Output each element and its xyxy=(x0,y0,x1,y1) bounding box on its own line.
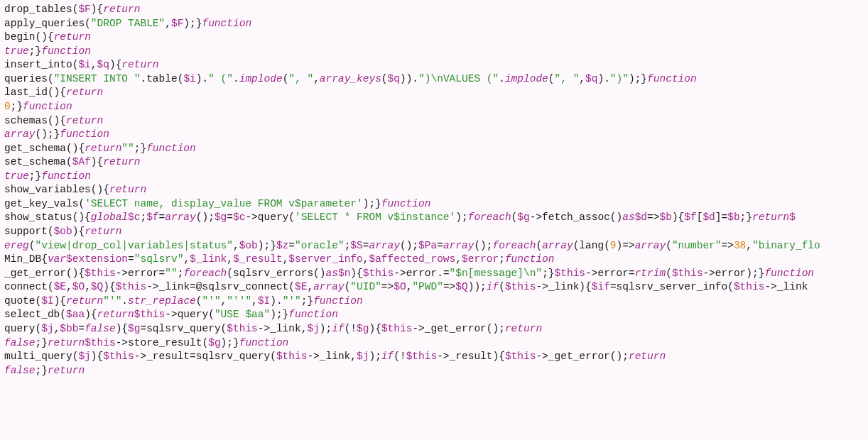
token-kw: foreach xyxy=(468,211,511,223)
token-kw: function xyxy=(23,101,72,112)
token-var: $this xyxy=(276,351,308,362)
token-plain: last_id(){ xyxy=(4,87,66,98)
token-var: $error xyxy=(462,253,499,265)
token-kw: function xyxy=(764,268,814,279)
token-kw: as xyxy=(326,268,338,279)
token-var: $j xyxy=(78,351,90,362)
token-plain: ( xyxy=(29,240,36,251)
token-kw: if xyxy=(381,351,394,362)
token-fn: array xyxy=(165,211,196,223)
token-plain: => xyxy=(722,240,734,251)
token-plain: ). xyxy=(597,73,609,84)
token-plain: => xyxy=(443,281,455,292)
token-plain: , xyxy=(165,18,171,29)
token-plain: ->error= xyxy=(585,268,635,279)
token-var: $this xyxy=(116,281,147,292)
token-plain: = xyxy=(159,211,166,223)
token-fn: rtrim xyxy=(635,268,666,279)
token-plain: (! xyxy=(394,351,406,362)
token-kw: var xyxy=(48,253,66,265)
token-plain: schemas(){ xyxy=(4,115,66,126)
token-var: $this xyxy=(85,337,116,348)
token-var: $ xyxy=(789,211,796,223)
token-var: $this xyxy=(555,268,586,279)
token-plain: => xyxy=(647,211,659,223)
token-var: $this xyxy=(505,281,536,292)
token-var: $I xyxy=(258,295,270,307)
token-plain: , xyxy=(227,253,233,265)
token-str: "sqlsrv" xyxy=(134,253,184,265)
token-str: ")" xyxy=(610,73,629,84)
token-plain: , xyxy=(221,295,227,307)
token-fn: str_replace xyxy=(128,295,196,307)
code-line: select_db($aa){return$this->query("USE $… xyxy=(4,309,338,320)
token-fn: true xyxy=(4,170,29,182)
token-plain: ( xyxy=(499,281,505,292)
token-plain: => xyxy=(381,281,394,292)
token-plain: show_status(){ xyxy=(4,211,91,223)
token-fn: false xyxy=(4,365,36,376)
token-var: $f xyxy=(684,211,696,223)
token-plain: (); xyxy=(400,240,418,251)
token-var: $this xyxy=(363,268,394,279)
token-kw: return xyxy=(103,156,140,167)
code-line: show_status(){global$c;$f=array();$g=$c-… xyxy=(4,211,796,223)
token-plain: ->error= xyxy=(116,268,166,279)
code-line: last_id(){return xyxy=(4,87,103,98)
token-kw: return xyxy=(66,87,103,98)
token-plain: query( xyxy=(4,323,41,334)
token-plain: (); xyxy=(196,211,215,223)
token-plain: ); xyxy=(455,211,467,223)
token-var: $this xyxy=(734,281,765,292)
token-var: $O xyxy=(72,281,85,292)
code-line: quote($I){return"'".str_replace("'","''"… xyxy=(4,295,363,307)
token-fn: false xyxy=(4,337,36,348)
token-fn: true xyxy=(4,45,29,57)
token-plain: ;} xyxy=(29,45,41,57)
token-plain: quote( xyxy=(4,295,41,307)
token-plain: (); xyxy=(474,240,492,251)
token-plain: (! xyxy=(345,323,357,334)
token-plain: multi_query( xyxy=(4,351,78,362)
token-var: $this xyxy=(85,268,116,279)
token-var: $g xyxy=(208,337,220,348)
token-plain: , xyxy=(307,281,313,292)
token-plain: ;} xyxy=(11,101,23,112)
token-var: $affected_rows xyxy=(369,253,455,265)
token-plain: ->_link, xyxy=(258,323,308,334)
code-line: get_schema(){return"";}function xyxy=(4,143,196,154)
token-plain: select_db( xyxy=(4,309,66,320)
token-plain: , xyxy=(91,59,97,70)
token-kw: function xyxy=(41,45,91,57)
token-var: $this xyxy=(505,351,536,362)
code-line: set_schema($Af){return xyxy=(4,156,140,167)
token-var: $c xyxy=(128,211,140,223)
token-plain: ->_get_error(); xyxy=(412,323,505,334)
token-str: "$n[message]\n" xyxy=(450,268,543,279)
token-plain: ->_link){ xyxy=(536,281,591,292)
code-line: query($j,$bb=false){$g=sqlsrv_query($thi… xyxy=(4,323,542,334)
token-kw: return xyxy=(97,309,134,320)
token-str: "" xyxy=(121,143,134,154)
code-line: apply_queries("DROP TABLE",$F);}function xyxy=(4,18,251,29)
token-fn: implode xyxy=(239,73,283,84)
token-str: "'" xyxy=(283,295,301,307)
token-plain: ->query( xyxy=(245,211,295,223)
token-plain: ( xyxy=(666,240,672,251)
token-kw: function xyxy=(288,309,338,320)
token-plain: , xyxy=(85,281,91,292)
token-plain: ( xyxy=(536,240,542,251)
token-fn: implode xyxy=(505,73,548,84)
token-kw: function xyxy=(313,295,363,307)
token-fn: ereg xyxy=(4,240,29,251)
token-plain: );} xyxy=(363,198,381,209)
token-num: 0 xyxy=(4,101,11,112)
token-var: $q xyxy=(585,73,597,84)
token-plain: . xyxy=(121,295,128,307)
token-var: $b xyxy=(659,211,671,223)
code-line: drop_tables($F){return xyxy=(4,4,140,15)
token-var: $g xyxy=(215,211,227,223)
token-num: 9 xyxy=(610,240,617,251)
token-kw: function xyxy=(239,337,289,348)
token-kw: function xyxy=(146,143,196,154)
